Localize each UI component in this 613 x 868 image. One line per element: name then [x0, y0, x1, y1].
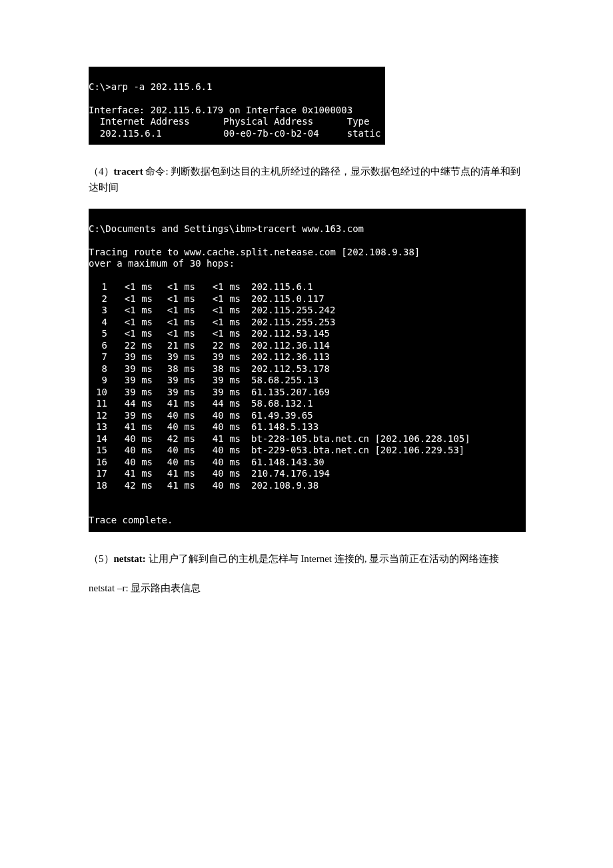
tracert-hop-row: 739 ms39 ms39 ms202.112.36.113: [89, 351, 524, 363]
hop-time-3: 39 ms: [195, 387, 241, 399]
p5-rest: 连接的, 显示当前正在活动的网络连接: [332, 553, 499, 564]
hop-num: 13: [89, 421, 107, 433]
hop-dest: 202.112.53.178: [241, 363, 330, 375]
arp-mac: 00-e0-7b-c0-b2-04: [223, 128, 318, 139]
paragraph-5b: netstat –r: 显示路由表信息: [89, 580, 526, 596]
hop-time-3: <1 ms: [195, 305, 241, 317]
hop-dest: 202.115.0.117: [241, 293, 324, 305]
tracert-hop-row: 1341 ms40 ms40 ms61.148.5.133: [89, 421, 524, 433]
hop-dest: 58.68.255.13: [241, 375, 318, 387]
hop-time-1: 39 ms: [107, 351, 153, 363]
hop-time-1: 44 ms: [107, 398, 153, 410]
hop-time-2: <1 ms: [153, 293, 195, 305]
hop-time-2: 38 ms: [153, 363, 195, 375]
hop-time-1: <1 ms: [107, 317, 153, 329]
hop-num: 4: [89, 317, 107, 329]
arp-header-2: Physical Address: [223, 116, 313, 127]
hop-num: 17: [89, 468, 107, 480]
hop-dest: 202.112.36.114: [241, 340, 330, 352]
hop-time-1: <1 ms: [107, 293, 153, 305]
tracert-prompt: C:\Documents and Settings\ibm>tracert ww…: [89, 223, 364, 234]
hop-time-3: <1 ms: [195, 317, 241, 329]
hop-time-1: 39 ms: [107, 387, 153, 399]
hop-dest: bt-229-053.bta.net.cn [202.106.229.53]: [241, 445, 464, 457]
hop-time-3: 39 ms: [195, 351, 241, 363]
hop-time-2: 21 ms: [153, 340, 195, 352]
hop-dest: 202.115.255.242: [241, 305, 335, 317]
hop-num: 10: [89, 387, 107, 399]
tracert-hop-row: 1144 ms41 ms44 ms58.68.132.1: [89, 398, 524, 410]
hop-num: 16: [89, 457, 107, 469]
hop-time-2: 39 ms: [153, 375, 195, 387]
hop-dest: 202.112.36.113: [241, 351, 330, 363]
p5-internet: Internet: [301, 553, 332, 564]
hop-time-1: 39 ms: [107, 375, 153, 387]
hop-time-3: 40 ms: [195, 445, 241, 457]
hop-time-3: 40 ms: [195, 421, 241, 433]
p4-prefix: （4）: [89, 166, 114, 177]
hop-time-2: 40 ms: [153, 457, 195, 469]
tracert-tracing2: over a maximum of 30 hops:: [89, 258, 235, 269]
hop-num: 2: [89, 293, 107, 305]
p4-cmd: tracert: [114, 166, 143, 177]
hop-time-2: 41 ms: [153, 468, 195, 480]
hop-dest: 61.148.5.133: [241, 421, 318, 433]
hop-num: 3: [89, 305, 107, 317]
hop-dest: 202.115.255.253: [241, 317, 335, 329]
hop-time-2: <1 ms: [153, 317, 195, 329]
hop-num: 15: [89, 445, 107, 457]
hop-time-3: 40 ms: [195, 480, 241, 492]
hop-time-3: 40 ms: [195, 410, 241, 422]
hop-time-1: 40 ms: [107, 433, 153, 445]
tracert-hop-row: 1540 ms40 ms40 msbt-229-053.bta.net.cn […: [89, 445, 524, 457]
arp-header-3: Type: [347, 116, 370, 127]
hop-time-1: <1 ms: [107, 305, 153, 317]
hop-time-1: 41 ms: [107, 421, 153, 433]
hop-dest: 61.148.143.30: [241, 457, 324, 469]
tracert-hop-row: 1640 ms40 ms40 ms61.148.143.30: [89, 457, 524, 469]
hop-time-3: 22 ms: [195, 340, 241, 352]
arp-ip: 202.115.6.1: [100, 128, 162, 139]
hop-time-3: 39 ms: [195, 375, 241, 387]
hop-num: 11: [89, 398, 107, 410]
tracert-hop-row: 1440 ms42 ms41 msbt-228-105.bta.net.cn […: [89, 433, 524, 445]
p5-prefix: （5）: [89, 553, 114, 564]
hop-dest: 202.108.9.38: [241, 480, 318, 492]
arp-prompt: C:\>arp -a 202.115.6.1: [89, 81, 212, 92]
arp-interface-line: Interface: 202.115.6.179 on Interface 0x…: [89, 105, 352, 115]
hop-time-1: 42 ms: [107, 480, 153, 492]
hop-dest: 58.68.132.1: [241, 398, 313, 410]
p5b-cmd: netstat –r:: [89, 583, 129, 593]
p5-cmd: netstat:: [114, 553, 146, 564]
hop-dest: 61.49.39.65: [241, 410, 313, 422]
tracert-complete: Trace complete.: [89, 515, 173, 525]
hop-time-2: <1 ms: [153, 281, 195, 293]
hop-time-2: 42 ms: [153, 433, 195, 445]
arp-terminal: C:\>arp -a 202.115.6.1 Interface: 202.11…: [89, 67, 385, 145]
tracert-hop-row: 1239 ms40 ms40 ms61.49.39.65: [89, 410, 524, 422]
hop-dest: 210.74.176.194: [241, 468, 330, 480]
hop-time-2: 40 ms: [153, 421, 195, 433]
paragraph-4: （4）tracert 命令: 判断数据包到达目的主机所经过的路径，显示数据包经过…: [89, 163, 526, 195]
hop-time-3: <1 ms: [195, 281, 241, 293]
hop-time-3: 44 ms: [195, 398, 241, 410]
hop-time-2: 39 ms: [153, 351, 195, 363]
tracert-hop-row: 939 ms39 ms39 ms58.68.255.13: [89, 375, 524, 387]
tracert-hop-row: 1741 ms41 ms40 ms210.74.176.194: [89, 468, 524, 480]
hop-num: 12: [89, 410, 107, 422]
tracert-hops: 1<1 ms<1 ms<1 ms202.115.6.12<1 ms<1 ms<1…: [89, 281, 524, 491]
hop-time-1: <1 ms: [107, 281, 153, 293]
hop-time-2: 41 ms: [153, 480, 195, 492]
tracert-hop-row: 1039 ms39 ms39 ms61.135.207.169: [89, 387, 524, 399]
hop-time-3: <1 ms: [195, 328, 241, 340]
hop-time-3: 38 ms: [195, 363, 241, 375]
tracert-hop-row: 2<1 ms<1 ms<1 ms202.115.0.117: [89, 293, 524, 305]
hop-time-1: 40 ms: [107, 457, 153, 469]
arp-type: static: [347, 128, 381, 139]
hop-time-1: 39 ms: [107, 363, 153, 375]
hop-dest: 61.135.207.169: [241, 387, 330, 399]
hop-num: 18: [89, 480, 107, 492]
hop-dest: 202.115.6.1: [241, 281, 313, 293]
p4-mid: 命令:: [143, 166, 171, 177]
paragraph-5: （5）netstat: 让用户了解到自己的主机是怎样与 Internet 连接的…: [89, 551, 526, 567]
